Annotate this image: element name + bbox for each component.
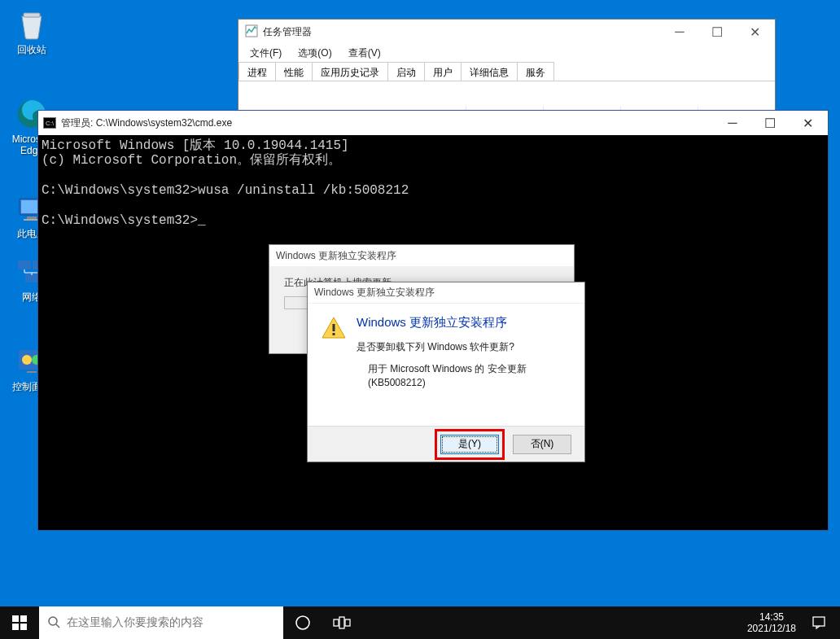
recycle-bin[interactable]: 回收站 xyxy=(5,5,59,55)
tab-performance[interactable]: 性能 xyxy=(275,62,313,81)
uninstall-confirm-dialog[interactable]: Windows 更新独立安装程序 Windows 更新独立安装程序 是否要卸载下… xyxy=(307,282,585,462)
tab-processes[interactable]: 进程 xyxy=(238,62,276,81)
cmd-maximize-button[interactable]: ☐ xyxy=(751,112,789,134)
taskbar-search[interactable]: 在这里输入你要搜索的内容 xyxy=(39,606,283,639)
cmd-title: 管理员: C:\Windows\system32\cmd.exe xyxy=(61,116,232,130)
warning-icon xyxy=(321,315,347,341)
svg-rect-4 xyxy=(27,217,37,219)
progress-title[interactable]: Windows 更新独立安装程序 xyxy=(269,245,574,266)
svg-rect-15 xyxy=(333,333,335,335)
tray-datetime[interactable]: 14:35 2021/12/18 xyxy=(742,606,801,639)
svg-rect-25 xyxy=(345,619,350,626)
tray-time: 14:35 xyxy=(759,611,784,623)
search-icon xyxy=(47,615,60,631)
taskmgr-title: 任务管理器 xyxy=(263,25,312,39)
taskmgr-tabs: 进程 性能 应用历史记录 启动 用户 详细信息 服务 xyxy=(238,62,775,81)
cmd-output[interactable]: Microsoft Windows [版本 10.0.19044.1415] (… xyxy=(38,135,828,231)
taskmgr-maximize-button[interactable]: ☐ xyxy=(698,20,736,43)
svg-point-10 xyxy=(22,355,32,365)
svg-rect-19 xyxy=(20,624,27,630)
dialog-footer: 是(Y) 否(N) xyxy=(308,426,584,462)
taskmgr-titlebar[interactable]: 任务管理器 ─ ☐ ✕ xyxy=(238,20,775,44)
cmd-titlebar[interactable]: C:\ 管理员: C:\Windows\system32\cmd.exe ─ ☐… xyxy=(38,111,828,135)
dialog-question: 是否要卸载下列 Windows 软件更新? xyxy=(357,340,571,354)
tab-details[interactable]: 详细信息 xyxy=(461,62,518,81)
no-button[interactable]: 否(N) xyxy=(513,435,571,454)
svg-line-21 xyxy=(56,624,59,628)
notification-button[interactable] xyxy=(801,606,837,639)
system-tray[interactable]: 14:35 2021/12/18 xyxy=(742,606,840,639)
taskview-button[interactable] xyxy=(322,606,361,639)
svg-rect-12 xyxy=(27,371,37,373)
svg-rect-17 xyxy=(20,615,27,622)
svg-rect-16 xyxy=(12,615,19,622)
cmd-close-button[interactable]: ✕ xyxy=(789,112,826,134)
svg-rect-26 xyxy=(813,617,825,626)
svg-rect-6 xyxy=(18,260,31,269)
tab-startup[interactable]: 启动 xyxy=(387,62,425,81)
svg-rect-23 xyxy=(334,619,339,626)
cmd-minimize-button[interactable]: ─ xyxy=(714,112,751,134)
svg-point-22 xyxy=(296,616,309,629)
tab-services[interactable]: 服务 xyxy=(517,62,554,81)
svg-point-20 xyxy=(49,617,57,625)
yes-button[interactable]: 是(Y) xyxy=(440,435,499,454)
recycle-bin-label: 回收站 xyxy=(17,44,46,55)
start-button[interactable] xyxy=(0,606,39,639)
svg-rect-24 xyxy=(339,617,344,628)
dialog-detail: 用于 Microsoft Windows 的 安全更新(KB5008212) xyxy=(357,362,571,390)
tab-apphistory[interactable]: 应用历史记录 xyxy=(312,62,388,81)
recycle-bin-icon xyxy=(15,8,48,41)
taskmgr-close-button[interactable]: ✕ xyxy=(736,20,773,43)
svg-rect-0 xyxy=(24,13,40,17)
yes-button-highlight: 是(Y) xyxy=(435,429,505,460)
search-placeholder: 在这里输入你要搜索的内容 xyxy=(67,615,203,630)
cmd-icon: C:\ xyxy=(43,117,56,129)
dialog-heading: Windows 更新独立安装程序 xyxy=(357,315,571,330)
taskbar[interactable]: 在这里输入你要搜索的内容 14:35 2021/12/18 xyxy=(0,606,840,639)
menu-view[interactable]: 查看(V) xyxy=(342,45,387,62)
tab-users[interactable]: 用户 xyxy=(424,62,462,81)
svg-rect-18 xyxy=(12,624,19,630)
dialog-title[interactable]: Windows 更新独立安装程序 xyxy=(308,282,584,304)
taskmgr-menu: 文件(F) 选项(O) 查看(V) xyxy=(238,44,775,62)
menu-options[interactable]: 选项(O) xyxy=(291,45,338,62)
tray-date: 2021/12/18 xyxy=(747,623,796,634)
menu-file[interactable]: 文件(F) xyxy=(243,45,288,62)
cortana-button[interactable] xyxy=(283,606,322,639)
taskmgr-icon xyxy=(245,24,258,40)
taskmgr-minimize-button[interactable]: ─ xyxy=(661,20,698,43)
svg-rect-14 xyxy=(333,324,335,331)
